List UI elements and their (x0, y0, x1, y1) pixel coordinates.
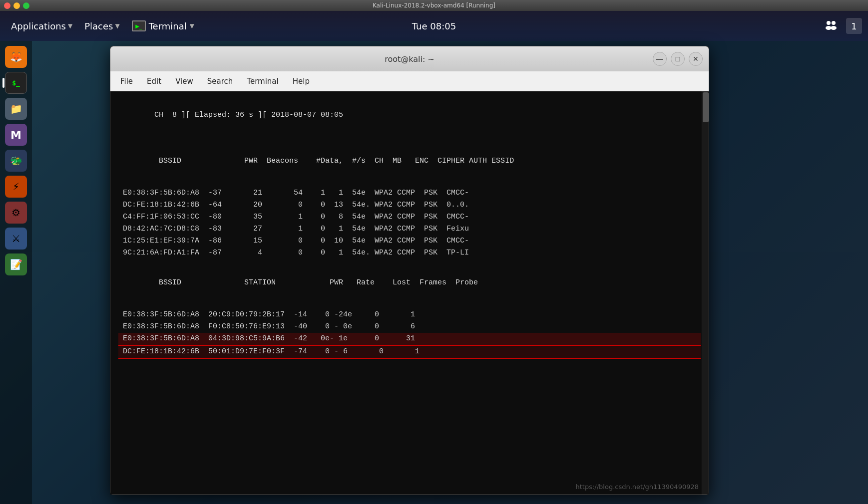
vm-close-button[interactable] (4, 2, 10, 9)
menu-terminal[interactable]: Terminal (241, 75, 284, 88)
station-row-2: E0:38:3F:5B:6D:A8 F0:C8:50:76:E9:13 -40 … (118, 321, 701, 333)
terminal-title-text: root@kali: ~ (385, 54, 434, 64)
svg-point-3 (831, 26, 837, 30)
spacer-3 (118, 259, 701, 265)
sidebar-dock: 🦊 $_ 📁 M 🐲 ⚡ ⚙ ⚔ 📝 (0, 41, 32, 504)
applications-menu-button[interactable]: Applications ▼ (6, 18, 77, 34)
terminal-panel-button[interactable]: ▶_ Terminal ▼ (127, 17, 199, 34)
workspace-number[interactable]: 1 (846, 18, 862, 34)
places-label: Places (84, 21, 113, 31)
dock-icon-sword[interactable]: ⚔ (5, 228, 27, 250)
people-icon[interactable] (824, 18, 838, 34)
vm-title-bar: Kali-Linux-2018.2-vbox-amd64 [Running] (0, 0, 868, 11)
vm-window-controls (4, 2, 29, 9)
menu-view[interactable]: View (169, 75, 199, 88)
menu-edit[interactable]: Edit (141, 75, 167, 88)
dock-icon-kali[interactable]: 🐲 (5, 150, 27, 172)
station-column-headers: BSSID STATION PWR Rate Lost Frames Probe (118, 265, 701, 301)
vm-maximize-button[interactable] (23, 2, 29, 9)
menu-help[interactable]: Help (287, 75, 316, 88)
terminal-minimize-button[interactable]: — (653, 52, 667, 66)
ap-row-4: D8:42:AC:7C:D8:C8 -83 27 1 0 1 54e WPA2 … (118, 223, 701, 235)
station-row-1: E0:38:3F:5B:6D:A8 20:C9:D0:79:2B:17 -14 … (118, 309, 701, 321)
terminal-menubar: File Edit View Search Terminal Help (110, 71, 709, 91)
scrollbar[interactable] (702, 91, 709, 495)
gnome-panel: Applications ▼ Places ▼ ▶_ Terminal ▼ Tu… (0, 11, 868, 41)
svg-point-0 (827, 21, 831, 25)
terminal-window-controls: — □ ✕ (653, 52, 703, 66)
vm-minimize-button[interactable] (13, 2, 20, 9)
dock-icon-files[interactable]: 📁 (5, 98, 27, 120)
terminal-close-button[interactable]: ✕ (689, 52, 703, 66)
terminal-maximize-button[interactable]: □ (671, 52, 685, 66)
ap-row-6: 9C:21:6A:FD:A1:FA -87 4 0 0 1 54e. WPA2 … (118, 247, 701, 259)
menu-file[interactable]: File (114, 75, 139, 88)
spacer-4 (118, 303, 701, 309)
watermark: https://blog.csdn.net/gh11390490928 (575, 483, 699, 491)
ap-row-5: 1C:25:E1:EF:39:7A -86 15 0 0 10 54e WPA2… (118, 235, 701, 247)
places-arrow-icon: ▼ (115, 22, 119, 29)
ap-row-2: DC:FE:18:1B:42:6B -64 20 0 0 13 54e. WPA… (118, 199, 701, 211)
panel-left: Applications ▼ Places ▼ ▶_ Terminal ▼ (6, 17, 199, 34)
station-row-3: E0:38:3F:5B:6D:A8 04:3D:98:C5:9A:B6 -42 … (118, 333, 701, 346)
dock-icon-burpsuite[interactable]: ⚡ (5, 176, 27, 198)
terminal-panel-label: Terminal (149, 21, 187, 31)
terminal-panel-icon: ▶_ (132, 20, 146, 31)
dock-icon-firefox[interactable]: 🦊 (5, 46, 27, 68)
ap-column-headers: BSSID PWR Beacons #Data, #/s CH MB ENC C… (118, 143, 701, 179)
panel-clock: Tue 08:05 (412, 21, 456, 31)
dock-icon-notes[interactable]: 📝 (5, 253, 27, 275)
station-row-4: DC:FE:18:1B:42:6B 50:01:D9:7E:F0:3F -74 … (118, 346, 701, 359)
dock-icon-splat[interactable]: ⚙ (5, 202, 27, 224)
desktop: 🦊 $_ 📁 M 🐲 ⚡ ⚙ ⚔ 📝 root@kali: ~ (0, 41, 868, 504)
ap-row-1: E0:38:3F:5B:6D:A8 -37 21 54 1 1 54e WPA2… (118, 187, 701, 199)
dock-icon-mail[interactable]: M (5, 124, 27, 146)
dock-icon-terminal[interactable]: $_ (5, 72, 27, 94)
terminal-arrow-icon: ▼ (190, 22, 194, 29)
terminal-content[interactable]: CH 8 ][ Elapsed: 36 s ][ 2018-08-07 08:0… (110, 91, 709, 495)
places-menu-button[interactable]: Places ▼ (79, 18, 124, 34)
scrollbar-thumb[interactable] (703, 92, 709, 122)
spacer-1 (118, 137, 701, 143)
panel-right: 1 (824, 18, 862, 34)
applications-arrow-icon: ▼ (68, 22, 72, 29)
terminal-title-bar: root@kali: ~ — □ ✕ (110, 46, 709, 71)
datetime-text: Tue 08:05 (412, 21, 456, 31)
terminal-header-line: CH 8 ][ Elapsed: 36 s ][ 2018-08-07 08:0… (118, 97, 701, 133)
spacer-2 (118, 181, 701, 187)
svg-point-2 (832, 21, 836, 25)
ap-row-3: C4:FF:1F:06:53:CC -80 35 1 0 8 54e WPA2 … (118, 211, 701, 223)
terminal-window: root@kali: ~ — □ ✕ File Edit View Search… (110, 46, 709, 495)
applications-label: Applications (11, 21, 66, 31)
vm-title-text: Kali-Linux-2018.2-vbox-amd64 [Running] (373, 2, 495, 9)
menu-search[interactable]: Search (201, 75, 239, 88)
